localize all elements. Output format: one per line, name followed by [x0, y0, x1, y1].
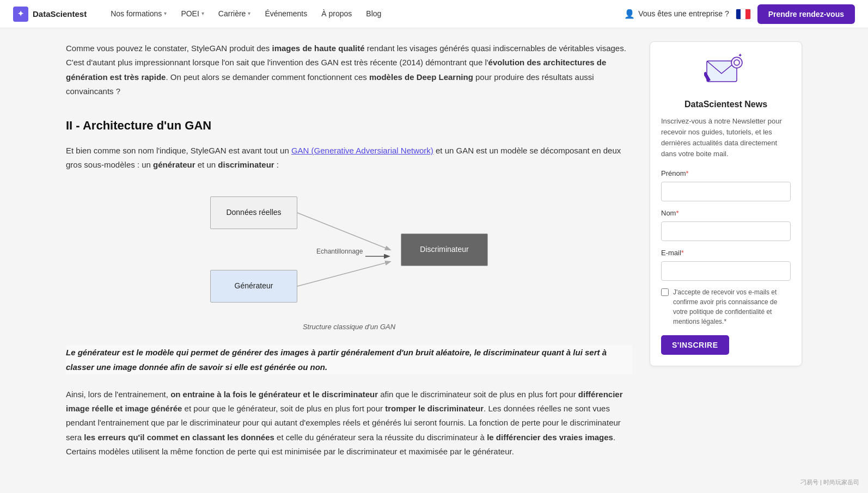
nom-label: Nom* — [661, 208, 791, 219]
person-icon: 👤 — [624, 7, 635, 21]
section-title: II - Architecture d'un GAN — [66, 116, 632, 135]
nav-item-formations[interactable]: Nos formations ▾ — [104, 4, 173, 23]
box-generateur: Générateur — [210, 270, 297, 303]
svg-line-0 — [297, 213, 390, 250]
newsletter-form: Prénom* Nom* E-mail* J'accepte de recevo… — [661, 168, 791, 354]
consent-label: J'accepte de recevoir vos e-mails et con… — [673, 287, 791, 326]
newsletter-icon: ✦ — [704, 53, 748, 91]
nom-input[interactable] — [661, 221, 791, 241]
page-wrapper: Comme vous pouvez le constater, StyleGAN… — [53, 28, 815, 491]
svg-line-1 — [297, 262, 390, 286]
gan-diagram: Données réelles Générateur Discriminateu… — [205, 186, 493, 316]
nav-menu: Nos formations ▾ POEI ▾ Carrière ▾ Événe… — [104, 4, 624, 23]
nav-item-carriere[interactable]: Carrière ▾ — [212, 4, 258, 23]
newsletter-icon-wrap: ✦ — [661, 53, 791, 91]
article-blockquote: Le générateur est le modèle qui permet d… — [66, 346, 632, 374]
chevron-down-icon: ▾ — [164, 9, 167, 18]
nav-item-blog[interactable]: Blog — [359, 4, 388, 23]
blockquote-text: Le générateur est le modèle qui permet d… — [66, 346, 632, 374]
article-intro: Comme vous pouvez le constater, StyleGAN… — [66, 41, 632, 98]
cta-button[interactable]: Prendre rendez-vous — [757, 4, 855, 24]
article-text-2: Ainsi, lors de l'entrainement, on entrai… — [66, 387, 632, 459]
newsletter-title: DataScientest News — [661, 97, 791, 112]
svg-point-5 — [734, 60, 739, 65]
nav-item-poei[interactable]: POEI ▾ — [174, 4, 210, 23]
article-content: Comme vous pouvez le constater, StyleGAN… — [66, 41, 632, 491]
newsletter-desc: Inscrivez-vous à notre Newsletter pour r… — [661, 116, 791, 160]
article-text-1: Et bien comme son nom l'indique, StyleGA… — [66, 144, 632, 172]
navbar: ✦ DataScientest Nos formations ▾ POEI ▾ … — [0, 0, 868, 28]
svg-text:✦: ✦ — [738, 53, 742, 58]
logo-icon: ✦ — [13, 7, 28, 22]
newsletter-card: ✦ DataScientest News Inscrivez-vous à no… — [650, 41, 802, 366]
gan-link[interactable]: GAN (Generative Adversiarial Network) — [291, 146, 433, 155]
submit-button[interactable]: S'INSCRIRE — [661, 335, 729, 355]
logo-text: DataScientest — [33, 8, 87, 21]
language-flag[interactable] — [736, 9, 751, 20]
email-label: E-mail* — [661, 248, 791, 259]
navbar-right: 👤 Vous êtes une entreprise ? Prendre ren… — [624, 4, 855, 24]
consent-wrap: J'accepte de recevoir vos e-mails et con… — [661, 287, 791, 326]
chevron-down-icon: ▾ — [201, 9, 204, 18]
enterprise-link[interactable]: 👤 Vous êtes une entreprise ? — [624, 7, 729, 21]
consent-checkbox[interactable] — [661, 288, 669, 296]
email-input[interactable] — [661, 261, 791, 281]
box-discriminateur: Discriminateur — [401, 233, 488, 266]
sidebar: ✦ DataScientest News Inscrivez-vous à no… — [650, 41, 802, 366]
chevron-down-icon: ▾ — [248, 9, 250, 18]
logo[interactable]: ✦ DataScientest — [13, 7, 87, 22]
box-donnees: Données réelles — [210, 196, 297, 229]
gan-diagram-wrap: Données réelles Générateur Discriminateu… — [66, 186, 632, 333]
prenom-input[interactable] — [661, 182, 791, 201]
nav-item-apropos[interactable]: À propos — [315, 4, 358, 23]
prenom-label: Prénom* — [661, 168, 791, 180]
nav-item-evenements[interactable]: Événements — [258, 4, 314, 23]
arrow-label: Echantillonnage — [316, 246, 363, 257]
diagram-caption: Structure classique d'un GAN — [303, 322, 395, 333]
